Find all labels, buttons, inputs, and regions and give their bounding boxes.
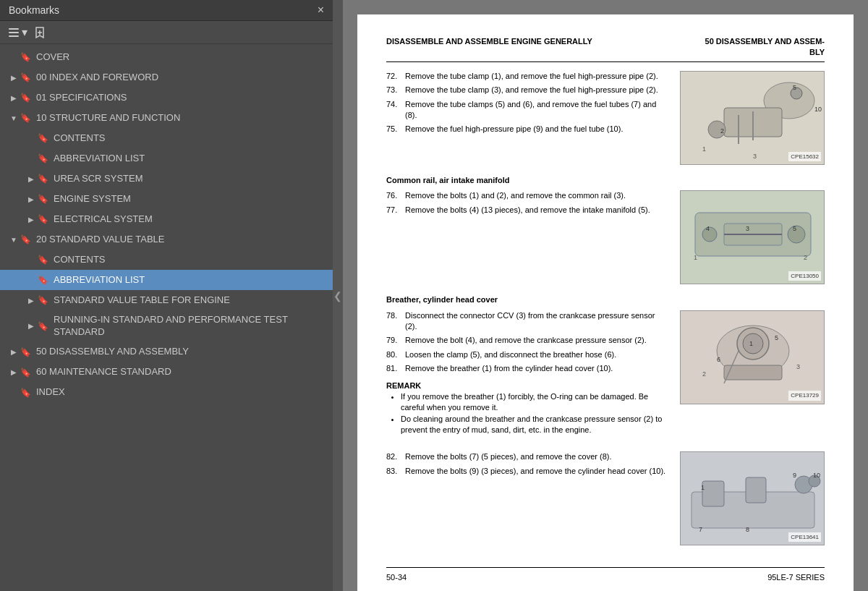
bookmark-item-10-contents[interactable]: 🔖CONTENTS [0, 128, 333, 148]
section-4-image: 7 8 9 10 1 CPE13641 [680, 451, 825, 545]
svg-rect-32 [724, 365, 782, 380]
svg-text:2: 2 [702, 370, 706, 378]
bookmark-icon: 🔖 [38, 174, 49, 184]
section-4: 82.Remove the bolts (7) (5 pieces), and … [386, 451, 825, 545]
svg-text:5: 5 [793, 225, 796, 232]
expand-arrow: ▶ [26, 195, 36, 203]
bookmark-label: INDEX [36, 386, 327, 399]
expand-arrow: ▶ [9, 368, 19, 376]
bookmark-label: 10 STRUCTURE AND FUNCTION [36, 112, 327, 124]
expand-arrow: ▼ [9, 236, 19, 244]
bookmark-icon: 🔖 [20, 72, 32, 82]
remark-box: REMARK If you remove the breather (1) fo… [386, 380, 668, 436]
step-82: 82.Remove the bolts (7) (5 pieces), and … [386, 451, 668, 462]
bookmark-label: 50 DISASSEMBLY AND ASSEMBLY [36, 346, 327, 358]
steps-78-81: 78.Disconnect the connector CCV (3) from… [386, 310, 668, 375]
bookmarks-list: 🔖COVER▶🔖00 INDEX AND FOREWORD▶🔖01 SPECIF… [0, 44, 333, 591]
bookmark-add-icon [33, 26, 46, 39]
image-caption-4: CPE13641 [788, 532, 821, 542]
step-74: 74.Remove the tube clamps (5) and (6), a… [386, 99, 668, 122]
svg-rect-42 [746, 477, 766, 503]
series-name: 95LE-7 SERIES [767, 572, 825, 583]
close-bookmarks-button[interactable]: × [318, 4, 324, 16]
bookmark-icon: 🔖 [20, 113, 32, 123]
steps-76-77: 76.Remove the bolts (1) and (2), and rem… [386, 190, 668, 216]
section-3-image: 1 5 6 3 2 CPE13729 [680, 310, 825, 442]
bookmark-icon: 🔖 [20, 367, 32, 378]
remark-2: Do cleaning around the breather and the … [401, 414, 668, 436]
page-footer: 50-34 95LE-7 SERIES [386, 567, 825, 583]
bookmark-icon: 🔖 [38, 321, 49, 331]
bookmark-item-00-index[interactable]: ▶🔖00 INDEX AND FOREWORD [0, 67, 333, 88]
engine-svg-2: 4 5 3 1 2 [681, 191, 825, 284]
bookmark-add-button[interactable] [33, 26, 46, 39]
bookmark-item-10-urea[interactable]: ▶🔖UREA SCR SYSTEM [0, 169, 333, 189]
svg-text:4: 4 [706, 225, 710, 232]
engine-image-1: 5 2 10 1 3 CPE15632 [680, 71, 825, 165]
bookmark-item-cover[interactable]: 🔖COVER [0, 47, 333, 67]
svg-text:5: 5 [775, 334, 778, 341]
section-2-image: 4 5 3 1 2 CPE13050 [680, 190, 825, 284]
expand-arrow: ▶ [9, 94, 19, 102]
svg-text:5: 5 [793, 84, 796, 91]
step-75: 75.Remove the fuel high-pressure pipe (9… [386, 124, 668, 135]
bookmark-item-20-std-engine[interactable]: ▶🔖STANDARD VALUE TABLE FOR ENGINE [0, 290, 333, 310]
page-header: DISASSEMBLE AND ASSEMBLE ENGINE GENERALL… [386, 36, 825, 62]
bookmark-item-50-disassembly[interactable]: ▶🔖50 DISASSEMBLY AND ASSEMBLY [0, 342, 333, 362]
bookmark-label: 01 SPECIFICATIONS [36, 92, 327, 104]
engine-image-4: 7 8 9 10 1 CPE13641 [680, 451, 825, 545]
bookmark-list-view-button[interactable]: ▾ [7, 25, 27, 39]
image-caption-1: CPE15632 [788, 152, 821, 161]
document-page: DISASSEMBLE AND ASSEMBLE ENGINE GENERALL… [357, 14, 854, 591]
section-title-breather: Breather, cylinder head cover [386, 294, 825, 305]
svg-text:6: 6 [717, 356, 720, 363]
bookmark-item-20-abbrev[interactable]: 🔖ABBREVIATION LIST [0, 270, 333, 290]
bookmark-item-10-structure[interactable]: ▼🔖10 STRUCTURE AND FUNCTION [0, 108, 333, 128]
bookmark-item-20-contents[interactable]: 🔖CONTENTS [0, 250, 333, 270]
image-caption-3: CPE13729 [788, 391, 821, 400]
section-4-text: 82.Remove the bolts (7) (5 pieces), and … [386, 451, 668, 545]
bookmark-label: CONTENTS [54, 132, 327, 145]
bookmark-icon: 🔖 [20, 388, 32, 398]
image-caption-2: CPE13050 [788, 271, 821, 281]
bookmark-item-20-standard[interactable]: ▼🔖20 STANDARD VALUE TABLE [0, 229, 333, 250]
svg-text:3: 3 [746, 225, 749, 232]
step-77: 77.Remove the bolts (4) (13 pieces), and… [386, 205, 668, 216]
engine-svg-4: 7 8 9 10 1 [681, 452, 825, 545]
bookmark-item-01-spec[interactable]: ▶🔖01 SPECIFICATIONS [0, 88, 333, 108]
remark-1: If you remove the breather (1) forcibly,… [401, 391, 668, 414]
bookmark-icon: 🔖 [38, 153, 49, 163]
steps-72-75: 72.Remove the tube clamp (1), and remove… [386, 71, 668, 135]
step-80: 80.Loosen the clamp (5), and disconnect … [386, 349, 668, 360]
page-header-right: 50 DISASSEMBLY AND ASSEM- BLY [705, 36, 825, 59]
bookmark-label: COVER [36, 51, 327, 64]
bookmarks-toolbar: ▾ [0, 21, 333, 44]
bookmark-item-10-abbrev[interactable]: 🔖ABBREVIATION LIST [0, 148, 333, 169]
bookmark-icon: 🔖 [38, 295, 49, 305]
bookmark-icon: 🔖 [20, 234, 32, 245]
svg-text:10: 10 [814, 106, 822, 113]
svg-text:9: 9 [793, 472, 796, 479]
expand-arrow: ▶ [26, 297, 36, 305]
bookmark-icon: 🔖 [38, 133, 49, 143]
document-panel[interactable]: DISASSEMBLE AND ASSEMBLE ENGINE GENERALL… [343, 0, 868, 591]
bookmark-label: ABBREVIATION LIST [54, 153, 327, 165]
bookmark-item-10-electrical[interactable]: ▶🔖ELECTRICAL SYSTEM [0, 209, 333, 229]
svg-text:1: 1 [702, 145, 706, 153]
bookmark-item-10-engine[interactable]: ▶🔖ENGINE SYSTEM [0, 189, 333, 209]
bookmarks-panel: Bookmarks × ▾ 🔖COVER▶🔖00 INDEX AND FOREW… [0, 0, 333, 591]
svg-text:2: 2 [804, 254, 807, 261]
steps-82-83: 82.Remove the bolts (7) (5 pieces), and … [386, 451, 668, 477]
svg-text:10: 10 [813, 472, 820, 479]
bookmark-item-60-maintenance[interactable]: ▶🔖60 MAINTENANCE STANDARD [0, 362, 333, 383]
bookmark-label: ENGINE SYSTEM [54, 193, 327, 205]
engine-svg-3: 1 5 6 3 2 [681, 311, 825, 404]
bookmark-icon: 🔖 [38, 255, 49, 265]
svg-rect-1 [9, 32, 19, 33]
svg-text:7: 7 [699, 526, 702, 533]
bookmark-item-index[interactable]: 🔖INDEX [0, 383, 333, 403]
bookmark-item-20-running[interactable]: ▶🔖RUNNING-IN STANDARD AND PERFORMANCE TE… [0, 310, 333, 342]
section-1: 72.Remove the tube clamp (1), and remove… [386, 71, 825, 165]
step-73: 73.Remove the tube clamp (3), and remove… [386, 85, 668, 95]
panel-splitter[interactable]: ❮ [333, 0, 343, 591]
